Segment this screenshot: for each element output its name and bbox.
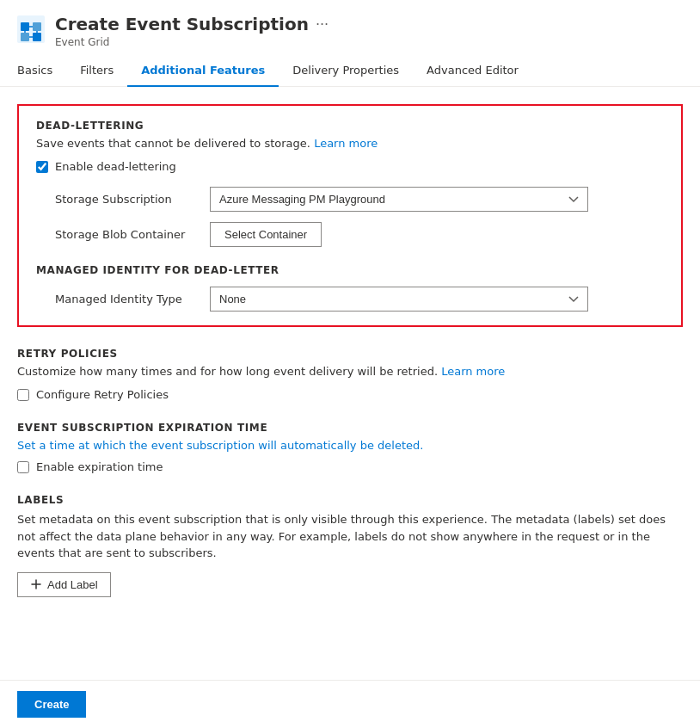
dead-lettering-fields: Storage Subscription Azure Messaging PM … [55,187,664,247]
retry-policies-learn-more[interactable]: Learn more [441,365,505,378]
event-grid-icon [17,15,45,43]
dead-lettering-learn-more[interactable]: Learn more [314,137,378,150]
svg-rect-3 [21,33,29,41]
svg-rect-2 [33,22,41,31]
expiration-desc: Set a time at which the event subscripti… [17,439,683,452]
main-content: DEAD-LETTERING Save events that cannot b… [0,87,700,635]
page-title: Create Event Subscription [55,14,309,34]
enable-expiration-label: Enable expiration time [36,460,163,473]
header-text-block: Create Event Subscription ··· Event Grid [55,14,329,48]
add-label-button[interactable]: Add Label [17,572,111,597]
dead-lettering-title: DEAD-LETTERING [36,120,664,132]
enable-expiration-checkbox[interactable] [17,461,29,473]
labels-section: LABELS Set metadata on this event subscr… [17,494,683,597]
more-options-button[interactable]: ··· [316,16,329,33]
labels-desc: Set metadata on this event subscription … [17,511,683,562]
page-subtitle: Event Grid [55,36,329,48]
managed-identity-type-label: Managed Identity Type [55,293,210,305]
tab-advanced-editor[interactable]: Advanced Editor [413,55,532,87]
tab-additional-features[interactable]: Additional Features [127,55,279,87]
storage-blob-container-field: Select Container [210,222,588,247]
configure-retry-row: Configure Retry Policies [17,388,683,401]
tab-filters[interactable]: Filters [66,55,127,87]
tab-basics[interactable]: Basics [17,55,66,87]
expiration-section: EVENT SUBSCRIPTION EXPIRATION TIME Set a… [17,422,683,473]
enable-dead-lettering-checkbox[interactable] [36,161,48,173]
tab-delivery-properties[interactable]: Delivery Properties [279,55,413,87]
dead-lettering-desc: Save events that cannot be delivered to … [36,137,664,150]
create-button[interactable]: Create [17,691,86,718]
storage-subscription-label: Storage Subscription [55,193,210,206]
page-header: Create Event Subscription ··· Event Grid [0,0,700,55]
managed-identity-title: MANAGED IDENTITY FOR DEAD-LETTER [36,264,664,276]
svg-rect-4 [33,33,41,41]
retry-policies-desc: Customize how many times and for how lon… [17,365,683,378]
configure-retry-checkbox[interactable] [17,389,29,401]
retry-policies-section: RETRY POLICIES Customize how many times … [17,348,683,401]
page-footer: Create [0,680,700,728]
labels-title: LABELS [17,494,683,506]
dead-lettering-section: DEAD-LETTERING Save events that cannot b… [17,104,683,327]
expiration-title: EVENT SUBSCRIPTION EXPIRATION TIME [17,422,683,434]
nav-tabs: Basics Filters Additional Features Deliv… [0,55,700,87]
managed-identity-fields: Managed Identity Type None [55,287,664,312]
configure-retry-label: Configure Retry Policies [36,388,169,401]
svg-rect-1 [21,22,29,31]
storage-subscription-dropdown[interactable]: Azure Messaging PM Playground [210,187,588,212]
managed-identity-type-dropdown[interactable]: None [210,287,588,312]
enable-dead-lettering-row: Enable dead-lettering [36,160,664,173]
storage-subscription-field: Azure Messaging PM Playground [210,187,588,212]
retry-policies-title: RETRY POLICIES [17,348,683,360]
select-container-button[interactable]: Select Container [210,222,322,247]
enable-expiration-row: Enable expiration time [17,460,683,473]
managed-identity-type-field: None [210,287,588,312]
enable-dead-lettering-label: Enable dead-lettering [55,160,176,173]
storage-blob-container-label: Storage Blob Container [55,228,210,241]
add-label-icon [30,578,42,590]
